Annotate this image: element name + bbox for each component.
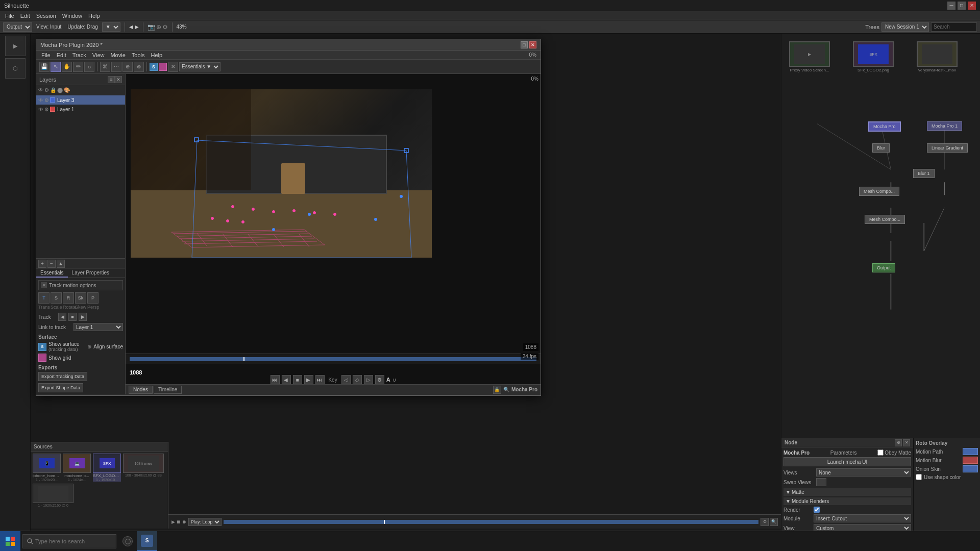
left-tool-2[interactable]: ⬡: [5, 58, 26, 79]
mocha-tool-save[interactable]: 💾: [39, 62, 50, 72]
mocha-menu-view[interactable]: View: [89, 52, 108, 58]
mocha-titlebar[interactable]: Mocha Pro Plugin 2020 * □ ✕: [36, 39, 541, 51]
node-sfx-logo[interactable]: SFX SFx_LOGO2.png: [853, 41, 894, 72]
node-blur-1[interactable]: Blur 1: [913, 169, 935, 178]
track-btn-rotate[interactable]: R: [63, 292, 74, 304]
node-proxy-video[interactable]: ▶ Proxy Video Screen...: [789, 41, 830, 72]
module-dropdown[interactable]: Insert: Cutout: [814, 514, 911, 522]
source-item-3[interactable]: SFX SFX_LOGO2.png 1 - 1920x10...: [93, 454, 121, 482]
playback-icons[interactable]: ⚙: [761, 518, 769, 526]
close-btn[interactable]: ✕: [968, 2, 976, 10]
menu-file[interactable]: File: [2, 13, 17, 19]
mocha-tool-extra1[interactable]: ⊕: [122, 62, 133, 72]
trees-search[interactable]: [931, 22, 977, 32]
source-item-2[interactable]: 💻 machome.p... 1 - 1024x...: [63, 454, 91, 482]
left-tool-1[interactable]: ▶: [5, 36, 26, 56]
mocha-tool-circle[interactable]: ○: [84, 62, 94, 72]
mocha-menu-help[interactable]: Help: [148, 52, 165, 58]
mocha-tool-x[interactable]: ✕: [168, 62, 178, 72]
obey-matte-checkbox[interactable]: [877, 449, 884, 456]
view-dropdown[interactable]: Output: [3, 22, 32, 32]
layers-close-btn[interactable]: ✕: [115, 76, 122, 83]
menu-session[interactable]: Session: [33, 13, 59, 19]
track-forward-btn[interactable]: ▶: [79, 313, 87, 321]
export-tracking-btn[interactable]: Export Tracking Data: [38, 372, 87, 381]
node-very-small[interactable]: verysmall-test-...mov: [917, 41, 958, 72]
taskbar-search-input[interactable]: [35, 538, 112, 544]
track-btn-persp[interactable]: P: [87, 292, 99, 304]
use-shape-color-checkbox[interactable]: [916, 474, 922, 480]
menu-window[interactable]: Window: [59, 13, 85, 19]
track-options-close[interactable]: ✕: [41, 282, 47, 288]
taskbar-silhouette-app[interactable]: S: [137, 531, 157, 552]
play-loop-dropdown[interactable]: Play: Loop: [188, 518, 222, 526]
node-blur[interactable]: Blur: [872, 143, 890, 153]
render-checkbox[interactable]: [814, 507, 820, 513]
source-item-1[interactable]: 📱 iphone_home.png 1 - 1920x20...: [33, 454, 61, 482]
key-add-btn[interactable]: ◁: [341, 375, 351, 384]
mocha-menu-track[interactable]: Track: [69, 52, 89, 58]
track-stop-btn[interactable]: ■: [68, 313, 77, 321]
mocha-tool-select[interactable]: ↖: [51, 62, 61, 72]
launch-mocha-btn[interactable]: Launch mocha UI: [783, 457, 911, 466]
track-btn-trans[interactable]: T: [38, 292, 50, 304]
mocha-tool-extra2[interactable]: ⊗: [134, 62, 144, 72]
node-linear-gradient[interactable]: Linear Gradient: [927, 143, 968, 153]
node-mesh-compo-1[interactable]: Mesh Compo...: [859, 187, 899, 196]
layer-item-3[interactable]: 👁 ⚙ Layer 3: [36, 95, 125, 105]
mocha-menu-tools[interactable]: Tools: [129, 52, 148, 58]
node-panel-close[interactable]: ✕: [903, 439, 910, 446]
play-fwd-btn[interactable]: ▶: [304, 375, 313, 384]
key-nav-btn[interactable]: ◇: [353, 375, 362, 384]
taskbar-search-bar[interactable]: [22, 534, 116, 548]
update-dropdown[interactable]: ▼: [102, 22, 120, 32]
mocha-menu-file[interactable]: File: [38, 52, 54, 58]
mocha-tab-timeline[interactable]: Timeline: [154, 386, 182, 394]
session-dropdown[interactable]: New Session 1: [881, 22, 929, 32]
mocha-essentials-dropdown[interactable]: Essentials ▼: [179, 62, 220, 71]
layer-item-1[interactable]: 👁 ⚙ Layer 1: [36, 105, 125, 114]
key-extra1[interactable]: ⚙: [375, 375, 384, 384]
taskbar-cortana-btn[interactable]: ◯: [118, 532, 137, 550]
maximize-btn[interactable]: □: [958, 2, 966, 10]
mocha-lock-btn[interactable]: 🔒: [493, 386, 501, 394]
node-output[interactable]: Output: [872, 263, 895, 272]
node-mocha-pro[interactable]: Mocha Pro: [868, 121, 901, 132]
layer-move-btn[interactable]: ▲: [57, 260, 65, 268]
play-next-btn[interactable]: ⏭: [315, 375, 324, 384]
node-panel-extra[interactable]: ⚙: [895, 439, 902, 446]
track-btn-skew[interactable]: Sk: [75, 292, 86, 304]
mocha-tool-transform[interactable]: ✋: [62, 62, 72, 72]
play-stop-btn[interactable]: ■: [292, 375, 302, 384]
mocha-menu-edit[interactable]: Edit: [54, 52, 69, 58]
node-mocha-pro-1[interactable]: Mocha Pro 1: [927, 121, 962, 131]
mocha-tool-grid[interactable]: ⋯: [111, 62, 121, 72]
mocha-tool-magnet[interactable]: ⌘: [100, 62, 110, 72]
link-to-track-dropdown[interactable]: Layer 1: [74, 323, 123, 331]
mocha-tab-nodes[interactable]: Nodes: [129, 386, 153, 394]
node-mesh-compo-2[interactable]: Mesh Compo...: [865, 215, 905, 224]
layers-options-btn[interactable]: ≡: [108, 76, 115, 83]
layer-add-btn[interactable]: +: [38, 260, 46, 268]
track-backward-btn[interactable]: ◀: [58, 313, 66, 321]
tab-layer-properties[interactable]: Layer Properties: [68, 269, 113, 278]
minimize-btn[interactable]: ─: [947, 2, 955, 10]
mocha-menu-movie[interactable]: Movie: [107, 52, 128, 58]
track-btn-scale[interactable]: S: [51, 292, 62, 304]
layer-remove-btn[interactable]: −: [47, 260, 56, 268]
mocha-tool-pen[interactable]: ✏: [73, 62, 83, 72]
play-back-btn[interactable]: ◀: [281, 375, 290, 384]
source-item-4[interactable]: 108 frames 108 - 3840x2160 @ 8B: [123, 454, 164, 482]
source-item-5[interactable]: 1 - 1920x2160 @ 0: [33, 484, 74, 507]
menu-edit[interactable]: Edit: [17, 13, 33, 19]
tab-essentials[interactable]: Essentials: [36, 269, 68, 278]
views-dropdown[interactable]: None: [816, 468, 911, 477]
play-prev-btn[interactable]: ⏮: [270, 375, 279, 384]
playback-search[interactable]: 🔍: [770, 518, 778, 526]
key-next-btn[interactable]: ▷: [364, 375, 373, 384]
mocha-close-btn[interactable]: ✕: [529, 41, 536, 48]
mocha-maximize-btn[interactable]: □: [521, 41, 528, 48]
menu-help[interactable]: Help: [85, 13, 103, 19]
export-shape-btn[interactable]: Export Shape Data: [38, 383, 83, 392]
taskbar-start-btn[interactable]: [0, 531, 20, 552]
